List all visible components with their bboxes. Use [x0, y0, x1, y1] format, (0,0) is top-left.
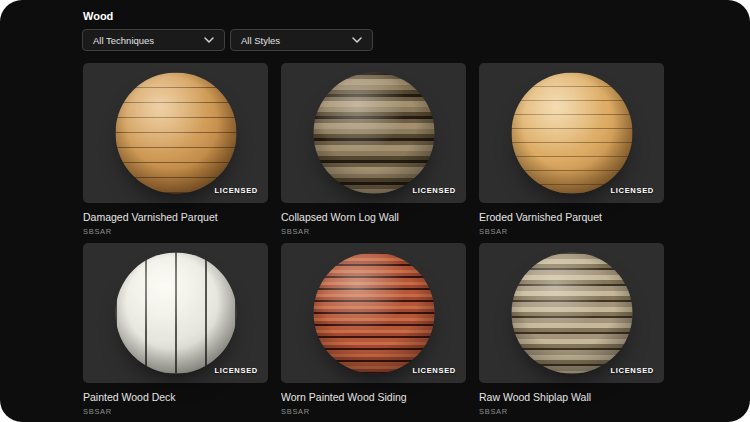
material-format: SBSAR	[281, 227, 466, 236]
material-sphere	[313, 253, 434, 374]
material-format: SBSAR	[479, 407, 664, 416]
licensed-badge: LICENSED	[610, 186, 654, 195]
material-thumbnail[interactable]: LICENSED	[83, 63, 268, 203]
licensed-badge: LICENSED	[412, 366, 456, 375]
material-thumbnail[interactable]: LICENSED	[281, 243, 466, 383]
licensed-badge: LICENSED	[214, 366, 258, 375]
app-window: Wood All Techniques All Styles LICENSED …	[0, 0, 750, 422]
styles-dropdown[interactable]: All Styles	[230, 29, 373, 51]
material-sphere	[511, 253, 632, 374]
licensed-badge: LICENSED	[412, 186, 456, 195]
material-format: SBSAR	[83, 227, 268, 236]
material-sphere	[313, 73, 434, 194]
material-title: Collapsed Worn Log Wall	[281, 211, 466, 223]
material-sphere	[115, 73, 236, 194]
filter-bar: All Techniques All Styles	[82, 29, 373, 51]
material-card[interactable]: LICENSED Collapsed Worn Log Wall SBSAR	[281, 63, 466, 243]
material-title: Painted Wood Deck	[83, 391, 268, 403]
styles-dropdown-label: All Styles	[241, 35, 280, 46]
material-format: SBSAR	[83, 407, 268, 416]
material-card[interactable]: LICENSED Raw Wood Shiplap Wall SBSAR	[479, 243, 664, 422]
chevron-down-icon	[352, 37, 362, 43]
material-title: Worn Painted Wood Siding	[281, 391, 466, 403]
material-sphere	[115, 253, 236, 374]
material-title: Raw Wood Shiplap Wall	[479, 391, 664, 403]
licensed-badge: LICENSED	[214, 186, 258, 195]
material-title: Damaged Varnished Parquet	[83, 211, 268, 223]
material-card[interactable]: LICENSED Worn Painted Wood Siding SBSAR	[281, 243, 466, 422]
licensed-badge: LICENSED	[610, 366, 654, 375]
material-thumbnail[interactable]: LICENSED	[479, 63, 664, 203]
material-title: Eroded Varnished Parquet	[479, 211, 664, 223]
material-sphere	[511, 73, 632, 194]
material-card[interactable]: LICENSED Painted Wood Deck SBSAR	[83, 243, 268, 422]
techniques-dropdown[interactable]: All Techniques	[82, 29, 225, 51]
material-grid: LICENSED Damaged Varnished Parquet SBSAR…	[83, 63, 664, 422]
material-card[interactable]: LICENSED Damaged Varnished Parquet SBSAR	[83, 63, 268, 243]
material-thumbnail[interactable]: LICENSED	[281, 63, 466, 203]
material-thumbnail[interactable]: LICENSED	[479, 243, 664, 383]
techniques-dropdown-label: All Techniques	[93, 35, 154, 46]
material-format: SBSAR	[479, 227, 664, 236]
material-format: SBSAR	[281, 407, 466, 416]
chevron-down-icon	[204, 37, 214, 43]
page-title: Wood	[83, 10, 113, 22]
material-thumbnail[interactable]: LICENSED	[83, 243, 268, 383]
material-card[interactable]: LICENSED Eroded Varnished Parquet SBSAR	[479, 63, 664, 243]
